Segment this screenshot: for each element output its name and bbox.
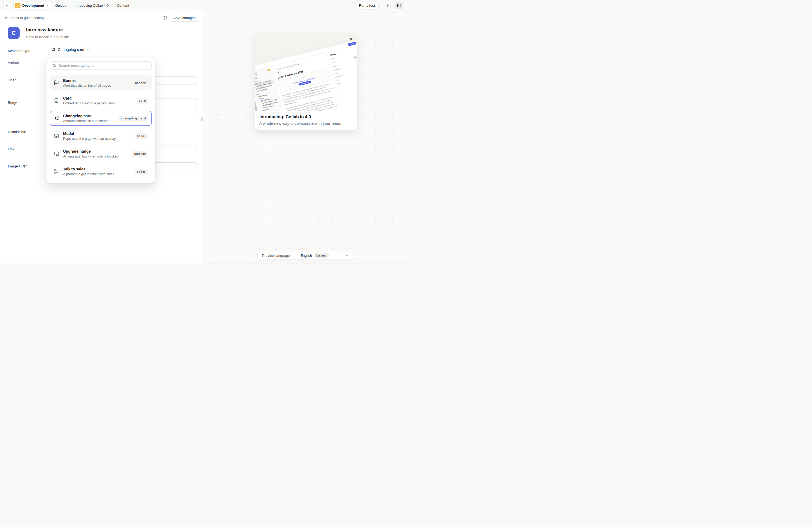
preview-card-media: Share Collab.io ⌄ ⌂Home ▣Inbox Favorite [255,33,357,111]
variant-label: Variant [8,61,19,65]
back-to-guide-settings-label: Back to guide settings [11,16,45,20]
editor-header: Back to guide settings Save changes [0,11,203,25]
environment-label: Development [22,3,44,7]
mini-detail-label: Status [331,57,335,60]
chevron-down-icon [87,48,90,51]
preview-language-select[interactable]: English Default [298,252,351,259]
preview-language-bar: Preview language English Default [258,251,354,260]
preview-card-title: Introducing: Collab.io 4.0 [259,115,352,119]
language-default-badge: Default [314,253,329,258]
chevron-right-icon [69,4,72,7]
upload-icon [302,77,305,80]
message-type-select[interactable]: Changelog card [50,47,90,52]
mini-detail-label: ↳ by [336,79,340,81]
search-icon [52,64,56,67]
search-input[interactable] [59,64,149,67]
top-bar: Development Guides Introducing Collab 4.… [0,0,406,11]
chevron-left-icon [5,4,9,7]
message-type-option-modal[interactable]: Modal Pops-over the page with an overlay… [50,129,152,144]
rocket-icon [276,71,280,75]
run-a-test-button[interactable]: Run a test [355,2,379,10]
preview-screenshot: Share Collab.io ⌄ ⌂Home ▣Inbox Favorite [255,39,357,111]
flag-icon [54,80,59,86]
preview-card-subtitle: A whole new way to collaborate with your… [259,121,352,125]
option-title: Talk to sales [63,167,114,171]
dismissible-label: Dismissible [8,130,26,134]
panel-left-icon [387,3,392,8]
link-field-label: Link [8,147,14,151]
language-value: English [301,254,312,258]
preview-language-label: Preview language [262,254,290,258]
toggle-right-panel-button[interactable] [395,2,403,9]
message-type-label: Message type [8,49,30,53]
option-title: Modal [63,132,116,136]
option-description: An upgrade flow when use is blocked [63,154,118,158]
guide-header: C Intro new feature Send to Knock in-app… [8,27,69,39]
option-description: Pops-over the page with an overlay [63,137,116,140]
breadcrumb-guide-name[interactable]: Introducing Collab 4.0 [75,3,108,7]
mini-detail-label: Key [332,62,335,64]
option-description: A prompt to get in touch with sales [63,172,114,176]
body-field-label: Body* [8,101,17,105]
chevron-down-icon [345,254,349,257]
message-type-option-banner[interactable]: Banner Alert that sits on top of all pag… [50,75,152,90]
megaphone-icon [50,47,55,52]
chevron-down-icon [46,4,49,7]
guide-subtitle: Send to Knock in-app guide [26,35,69,39]
upgrade-nudge-icon [54,151,59,156]
docs-button[interactable] [162,15,167,20]
image-url-label: Image URL* [8,164,28,168]
option-badge: card [137,98,148,104]
option-description: Alert that sits on top of all pages [63,84,111,88]
mini-badge-icon [268,69,271,71]
option-badge: upgrade [132,151,148,157]
guide-title: Intro new feature [26,27,69,33]
environment-switcher[interactable]: Development [13,2,52,10]
option-badge: changelog-card [119,116,148,121]
breadcrumb-guides[interactable]: Guides [55,3,66,7]
card-icon [54,98,59,103]
option-badge: modal [135,133,148,139]
option-description: Embedded UI within a page's layout [63,102,117,105]
list-icon [54,169,59,174]
mini-nav-inbox: Inbox [255,77,258,79]
history-back-button[interactable] [3,2,10,9]
message-type-option-talk-to-sales[interactable]: Talk to sales A prompt to get in touch w… [50,164,152,179]
message-type-value: Changelog card [58,47,84,52]
row-divider [0,41,203,41]
message-type-list: Banner Alert that sits on top of all pag… [50,75,152,179]
option-title: Card [63,96,117,100]
message-type-option-card[interactable]: Card Embedded UI within a page's layout … [50,93,152,108]
close-icon[interactable] [349,37,353,41]
option-badge: sales [135,169,148,175]
breadcrumb-content[interactable]: Content [117,3,129,7]
chevron-right-icon [111,4,114,7]
message-type-search[interactable] [50,61,152,70]
save-changes-button[interactable]: Save changes [170,14,199,22]
mini-detail-label: Dates [337,82,341,85]
preview-panel: Share Collab.io ⌄ ⌂Home ▣Inbox Favorite [204,12,406,264]
option-title: Banner [63,78,111,82]
option-badge: banner [133,80,148,86]
back-to-guide-settings[interactable]: Back to guide settings [4,16,45,20]
option-title: Upgrade nudge [63,149,118,153]
toggle-left-panel-button[interactable] [385,2,393,9]
message-type-option-changelog-card[interactable]: Changelog card Announcements in our side… [50,111,152,126]
mini-detail-label: Created at [333,67,341,71]
changelog-card-preview: Share Collab.io ⌄ ⌂Home ▣Inbox Favorite [255,33,357,130]
mini-detail-label: Tags [332,65,336,67]
title-field-label: Title* [8,78,16,82]
arrow-left-icon [4,16,8,20]
option-title: Changelog card [63,114,109,118]
guide-avatar: C [8,27,19,39]
panel-right-icon [397,3,402,8]
message-type-dropdown: Banner Alert that sits on top of all pag… [46,58,155,183]
message-type-option-upgrade-nudge[interactable]: Upgrade nudge An upgrade flow when use i… [50,146,152,161]
option-description: Announcements in our sidebar [63,119,109,123]
mini-detail-label: Updated at [335,74,343,78]
scrollbar-thumb[interactable] [201,117,202,121]
modal-icon [54,133,59,139]
megaphone-icon [54,116,59,121]
preview-card-caption: Introducing: Collab.io 4.0 A whole new w… [255,111,357,129]
mini-detail-label: ↳ by [334,72,338,75]
